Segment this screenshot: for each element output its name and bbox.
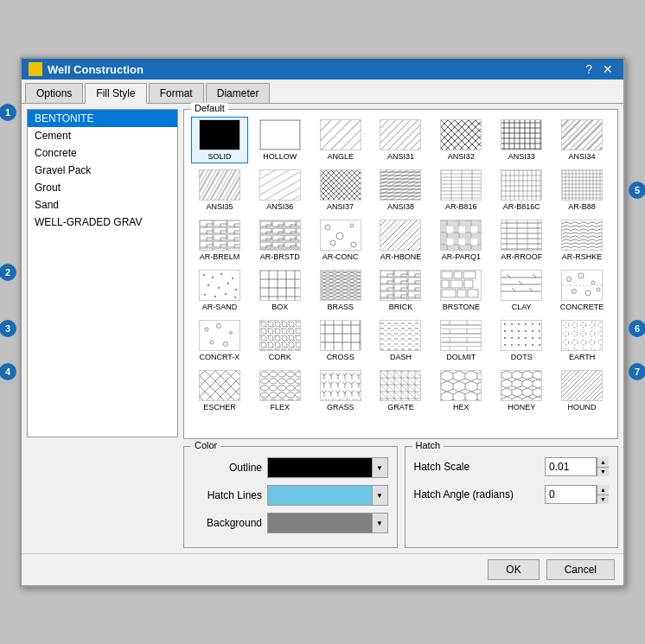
pattern-name-ansi31: ANSI31: [387, 152, 414, 161]
pattern-ar-b88[interactable]: AR-B88: [553, 167, 610, 214]
pattern-ansi35[interactable]: ANSI35: [191, 167, 248, 214]
hatch-angle-down[interactable]: ▼: [597, 495, 609, 505]
app-icon: [29, 62, 42, 76]
pattern-cork[interactable]: CORK: [252, 317, 309, 364]
pattern-honey[interactable]: HONEY: [493, 367, 550, 414]
pattern-ansi37[interactable]: ANSI37: [312, 167, 369, 214]
pattern-clay[interactable]: CLAY: [493, 267, 550, 314]
pattern-dolmit[interactable]: DOLMIT: [432, 317, 489, 364]
pattern-preview-ansi32: [440, 119, 482, 150]
pattern-dash[interactable]: DASH: [373, 317, 430, 364]
hatch-scale-spin[interactable]: ▲ ▼: [597, 457, 609, 476]
pattern-name-dash: DASH: [390, 353, 412, 361]
pattern-ar-brstd[interactable]: AR-BRSTD: [252, 217, 309, 264]
pattern-ar-hbone[interactable]: AR-HBONE: [373, 217, 430, 264]
help-button[interactable]: ?: [582, 62, 596, 76]
hatch-scale-down[interactable]: ▼: [597, 468, 609, 477]
pattern-brstone[interactable]: BRSTONE: [432, 267, 489, 314]
tab-format[interactable]: Format: [149, 83, 204, 103]
material-item-bentonite[interactable]: BENTONITE: [28, 110, 177, 127]
hatch-scale-up[interactable]: ▲: [597, 457, 609, 468]
background-color-select[interactable]: ▼: [267, 513, 388, 533]
ok-button[interactable]: OK: [488, 559, 539, 580]
pattern-name-ar-sand: AR-SAND: [202, 303, 238, 311]
outline-color-select[interactable]: ▼: [267, 457, 388, 478]
hatch-scale-input[interactable]: [545, 457, 597, 476]
pattern-dots[interactable]: DOTS: [493, 317, 550, 364]
pattern-ansi33[interactable]: ANSI33: [493, 117, 550, 163]
svg-rect-132: [380, 321, 420, 350]
color-section: Color Outline ▼ Hatch Lines ▼: [183, 446, 398, 548]
pattern-box[interactable]: BOX: [252, 267, 309, 314]
svg-point-66: [212, 277, 214, 278]
tab-options[interactable]: Options: [25, 83, 83, 103]
pattern-grate[interactable]: GRATE: [373, 367, 430, 414]
pattern-brass[interactable]: BRASS: [312, 267, 369, 314]
svg-point-68: [232, 277, 233, 279]
outline-color-arrow[interactable]: ▼: [372, 458, 387, 477]
material-list[interactable]: BENTONITE Cement Concrete Gravel Pack Gr…: [27, 109, 178, 437]
hatch-angle-up[interactable]: ▲: [597, 485, 609, 495]
tab-diameter[interactable]: Diameter: [206, 83, 271, 103]
callout-7: 7: [629, 363, 645, 380]
pattern-escher[interactable]: ESCHER: [191, 367, 248, 414]
svg-rect-105: [562, 271, 602, 300]
material-item-concrete[interactable]: Concrete: [28, 144, 177, 162]
svg-rect-62: [501, 220, 541, 250]
hatch-angle-spin[interactable]: ▲ ▼: [597, 485, 609, 504]
pattern-ar-sand[interactable]: AR-SAND: [191, 267, 248, 314]
material-item-sand[interactable]: Sand: [28, 196, 177, 214]
material-item-cement[interactable]: Cement: [28, 127, 177, 144]
tab-fill-style[interactable]: Fill Style: [85, 83, 146, 104]
material-item-well-graded-grav[interactable]: WELL-GRADED GRAV: [28, 214, 177, 231]
background-color-arrow[interactable]: ▼: [372, 513, 387, 532]
pattern-name-ar-parq1: AR-PARQ1: [442, 252, 481, 261]
pattern-hex[interactable]: HEX: [432, 367, 489, 414]
pattern-earth[interactable]: EARTH: [553, 317, 610, 364]
pattern-brick[interactable]: BRICK: [373, 267, 430, 314]
pattern-ansi36[interactable]: ANSI36: [252, 167, 309, 214]
material-item-grout[interactable]: Grout: [28, 179, 177, 196]
pattern-concrt-x[interactable]: CONCRT-X: [191, 317, 248, 364]
pattern-ar-b816c[interactable]: AR-B816C: [493, 167, 550, 214]
pattern-grid[interactable]: SOLID HOLLOW: [184, 110, 617, 438]
outline-color-block: [268, 458, 372, 477]
pattern-ar-rroof[interactable]: AR-RROOF: [493, 217, 550, 264]
pattern-ansi34[interactable]: ANSI34: [553, 117, 610, 163]
hatch-lines-color-select[interactable]: ▼: [267, 485, 388, 506]
title-bar-left: Well Construction: [29, 62, 144, 76]
cancel-button[interactable]: Cancel: [546, 559, 615, 580]
material-panel: BENTONITE Cement Concrete Gravel Pack Gr…: [27, 109, 178, 548]
pattern-hound[interactable]: HOUND: [553, 367, 610, 414]
pattern-ar-parq1[interactable]: AR-PARQ1: [432, 217, 489, 264]
svg-rect-143: [200, 371, 239, 400]
title-bar: Well Construction ? ✕: [22, 59, 623, 80]
svg-rect-0: [200, 120, 239, 150]
pattern-preview-concrete: [561, 270, 603, 301]
pattern-ar-conc[interactable]: AR-CONC: [312, 217, 369, 264]
pattern-name-ansi35: ANSI35: [206, 202, 233, 211]
pattern-angle[interactable]: ANGLE: [312, 117, 369, 163]
pattern-hollow[interactable]: HOLLOW: [252, 117, 309, 163]
pattern-solid[interactable]: SOLID: [191, 117, 248, 163]
hatch-angle-input[interactable]: [545, 485, 597, 504]
pattern-grass[interactable]: GRASS: [312, 367, 369, 414]
close-button[interactable]: ✕: [599, 62, 616, 76]
outline-label: Outline: [193, 462, 262, 474]
callout-1: 1: [0, 104, 16, 121]
pattern-ar-rshke[interactable]: AR-RSHKE: [553, 217, 610, 264]
pattern-ansi32[interactable]: ANSI32: [432, 117, 489, 163]
pattern-ar-brelm[interactable]: AR-BRELM: [191, 217, 248, 264]
background-color-block: [268, 513, 372, 532]
svg-rect-23: [321, 170, 361, 200]
pattern-ansi31[interactable]: ANSI31: [373, 117, 430, 163]
hatch-lines-color-arrow[interactable]: ▼: [372, 486, 387, 505]
pattern-ansi38[interactable]: ANSI38: [373, 167, 430, 214]
dialog-content: 1 2 3 4 5 6 7 BENTONITE Cement Concrete …: [22, 104, 623, 553]
pattern-cross[interactable]: CROSS: [312, 317, 369, 364]
pattern-ar-b816[interactable]: AR-B816: [432, 167, 489, 214]
svg-point-74: [214, 296, 216, 297]
pattern-flex[interactable]: FLEX: [252, 367, 309, 414]
pattern-concrete[interactable]: CONCRETE: [553, 267, 610, 314]
material-item-gravel-pack[interactable]: Gravel Pack: [28, 162, 177, 179]
